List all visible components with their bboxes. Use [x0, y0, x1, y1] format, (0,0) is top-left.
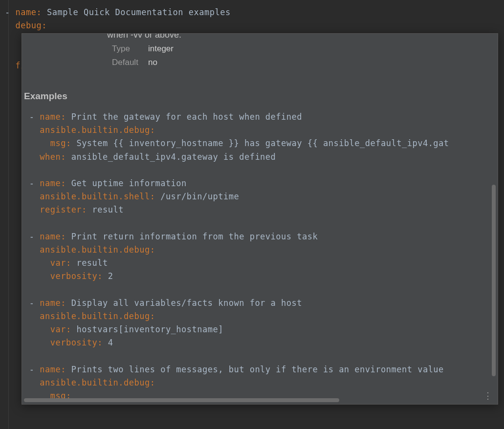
code-line: - name: Print return information from th…: [24, 230, 498, 243]
param-label-type: Type: [112, 44, 146, 54]
editor-line-2[interactable]: debug:: [5, 19, 504, 32]
code-line: verbosity: 2: [24, 270, 498, 283]
parameters-section: when -vv or above. Type integer Default …: [24, 34, 498, 67]
param-value-default: no: [148, 58, 157, 67]
code-line: [24, 217, 498, 230]
code-line: verbosity: 4: [24, 336, 498, 349]
examples-heading: Examples: [24, 91, 498, 102]
editor-line-1[interactable]: - name: Sample Quick Documentation examp…: [5, 6, 504, 19]
code-line: when: ansible_default_ipv4.gateway is de…: [24, 150, 498, 164]
param-label-default: Default: [112, 58, 146, 67]
code-line: - name: Get uptime information: [24, 177, 498, 190]
code-line: ansible.builtin.debug:: [24, 124, 498, 137]
gutter-line: [8, 0, 9, 429]
code-line: var: result: [24, 257, 498, 270]
code-line: [24, 164, 498, 177]
code-line: [24, 349, 498, 363]
code-line: ansible.builtin.shell: /usr/bin/uptime: [24, 190, 498, 203]
code-line: ansible.builtin.debug:: [24, 376, 498, 389]
code-line: - name: Print the gateway for each host …: [24, 110, 498, 124]
partial-text: when -vv or above.: [24, 34, 498, 40]
code-line: register: result: [24, 203, 498, 216]
horizontal-scrollbar[interactable]: [24, 398, 339, 402]
param-row-type: Type integer: [24, 44, 498, 54]
code-line: var: hostvars[inventory_hostname]: [24, 323, 498, 336]
examples-code-block[interactable]: - name: Print the gateway for each host …: [24, 110, 498, 403]
code-line: ansible.builtin.debug:: [24, 243, 498, 257]
popup-content: when -vv or above. Type integer Default …: [22, 34, 498, 404]
code-line: ansible.builtin.debug:: [24, 310, 498, 323]
more-options-icon[interactable]: ⋮: [483, 391, 492, 400]
param-row-default: Default no: [24, 58, 498, 67]
code-line: - name: Display all variables/facts know…: [24, 297, 498, 310]
code-line: - name: Prints two lines of messages, bu…: [24, 363, 498, 376]
code-line: msg: System {{ inventory_hostname }} has…: [24, 137, 498, 150]
vertical-scrollbar[interactable]: [492, 185, 496, 376]
code-line: [24, 283, 498, 296]
quick-doc-popup: when -vv or above. Type integer Default …: [22, 33, 498, 405]
param-value-type: integer: [148, 44, 174, 54]
